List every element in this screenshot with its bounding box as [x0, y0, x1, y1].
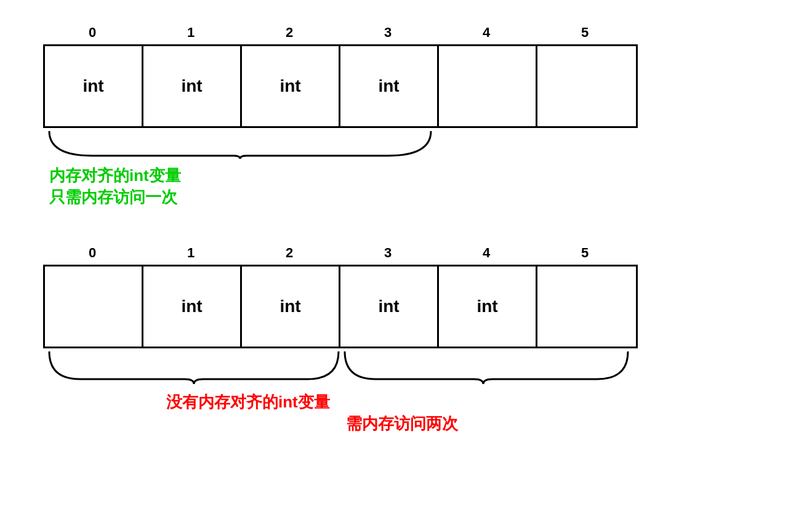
bottom-cell-0: [45, 267, 143, 347]
bottom-index-row: 0 1 2 3 4 5: [43, 245, 638, 261]
bottom-cell-3: int: [340, 267, 439, 347]
bottom-cell-4: int: [439, 267, 537, 347]
top-label: 内存对齐的int变量 只需内存访问一次: [49, 165, 638, 208]
top-cell-3: int: [340, 46, 439, 126]
top-index-2: 2: [240, 25, 339, 41]
top-index-1: 1: [142, 25, 240, 41]
bottom-array-row: int int int int: [43, 265, 638, 348]
top-cell-4: [439, 46, 537, 126]
top-cell-1: int: [143, 46, 242, 126]
top-index-3: 3: [339, 25, 437, 41]
top-index-4: 4: [437, 25, 536, 41]
bottom-index-3: 3: [339, 245, 437, 261]
top-index-row: 0 1 2 3 4 5: [43, 25, 638, 41]
bottom-index-4: 4: [437, 245, 536, 261]
bottom-label-line2: 需内存访问两次: [166, 413, 638, 435]
top-cell-0: int: [45, 46, 143, 126]
bottom-index-5: 5: [536, 245, 634, 261]
bottom-brace-area: [43, 348, 638, 388]
top-cell-2: int: [242, 46, 340, 126]
bottom-diagram: 0 1 2 3 4 5 int int int int 没有内存对: [43, 245, 638, 435]
top-label-line1: 内存对齐的int变量: [49, 165, 638, 186]
bottom-index-1: 1: [142, 245, 240, 261]
top-cell-5: [537, 46, 636, 126]
bottom-label-line1: 没有内存对齐的int变量: [166, 391, 638, 413]
bottom-cell-5: [537, 267, 636, 347]
bottom-index-2: 2: [240, 245, 339, 261]
bottom-cell-2: int: [242, 267, 340, 347]
top-brace-svg: [43, 128, 449, 162]
top-array-row: int int int int: [43, 44, 638, 128]
top-label-line2: 只需内存访问一次: [49, 186, 638, 208]
bottom-brace-svg: [43, 348, 634, 388]
top-index-0: 0: [43, 25, 142, 41]
bottom-index-0: 0: [43, 245, 142, 261]
top-brace-area: [43, 128, 638, 162]
bottom-label: 没有内存对齐的int变量 需内存访问两次: [166, 391, 638, 435]
top-diagram: 0 1 2 3 4 5 int int int int 内存对齐的int变量 只…: [43, 25, 638, 208]
bottom-cell-1: int: [143, 267, 242, 347]
top-index-5: 5: [536, 25, 634, 41]
